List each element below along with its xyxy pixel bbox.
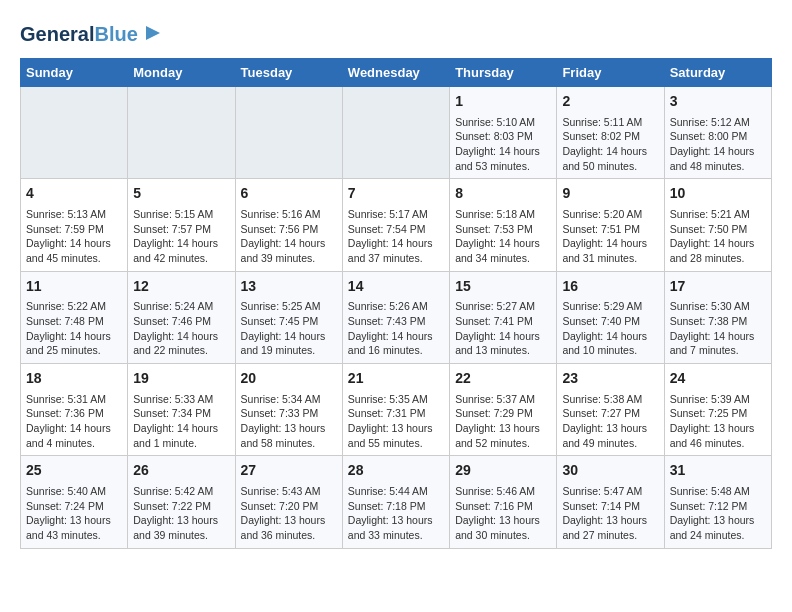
day-number: 11 <box>26 277 122 297</box>
day-number: 23 <box>562 369 658 389</box>
calendar-cell: 5Sunrise: 5:15 AMSunset: 7:57 PMDaylight… <box>128 179 235 271</box>
day-info: Sunrise: 5:38 AMSunset: 7:27 PMDaylight:… <box>562 392 658 451</box>
calendar-cell: 9Sunrise: 5:20 AMSunset: 7:51 PMDaylight… <box>557 179 664 271</box>
calendar-cell: 1Sunrise: 5:10 AMSunset: 8:03 PMDaylight… <box>450 87 557 179</box>
calendar-cell: 12Sunrise: 5:24 AMSunset: 7:46 PMDayligh… <box>128 271 235 363</box>
day-number: 1 <box>455 92 551 112</box>
svg-marker-0 <box>146 26 160 40</box>
day-info: Sunrise: 5:21 AMSunset: 7:50 PMDaylight:… <box>670 207 766 266</box>
day-info: Sunrise: 5:13 AMSunset: 7:59 PMDaylight:… <box>26 207 122 266</box>
col-header-wednesday: Wednesday <box>342 59 449 87</box>
day-info: Sunrise: 5:42 AMSunset: 7:22 PMDaylight:… <box>133 484 229 543</box>
calendar-cell: 14Sunrise: 5:26 AMSunset: 7:43 PMDayligh… <box>342 271 449 363</box>
day-number: 8 <box>455 184 551 204</box>
day-info: Sunrise: 5:12 AMSunset: 8:00 PMDaylight:… <box>670 115 766 174</box>
day-number: 18 <box>26 369 122 389</box>
col-header-thursday: Thursday <box>450 59 557 87</box>
col-header-tuesday: Tuesday <box>235 59 342 87</box>
day-info: Sunrise: 5:24 AMSunset: 7:46 PMDaylight:… <box>133 299 229 358</box>
day-number: 22 <box>455 369 551 389</box>
day-number: 31 <box>670 461 766 481</box>
col-header-monday: Monday <box>128 59 235 87</box>
day-number: 17 <box>670 277 766 297</box>
col-header-sunday: Sunday <box>21 59 128 87</box>
day-info: Sunrise: 5:34 AMSunset: 7:33 PMDaylight:… <box>241 392 337 451</box>
day-number: 13 <box>241 277 337 297</box>
day-number: 28 <box>348 461 444 481</box>
day-info: Sunrise: 5:20 AMSunset: 7:51 PMDaylight:… <box>562 207 658 266</box>
day-info: Sunrise: 5:48 AMSunset: 7:12 PMDaylight:… <box>670 484 766 543</box>
day-number: 20 <box>241 369 337 389</box>
day-number: 26 <box>133 461 229 481</box>
day-number: 4 <box>26 184 122 204</box>
day-info: Sunrise: 5:15 AMSunset: 7:57 PMDaylight:… <box>133 207 229 266</box>
day-info: Sunrise: 5:17 AMSunset: 7:54 PMDaylight:… <box>348 207 444 266</box>
col-header-friday: Friday <box>557 59 664 87</box>
calendar-cell: 18Sunrise: 5:31 AMSunset: 7:36 PMDayligh… <box>21 364 128 456</box>
calendar-cell: 17Sunrise: 5:30 AMSunset: 7:38 PMDayligh… <box>664 271 771 363</box>
logo-icon <box>142 22 164 44</box>
day-info: Sunrise: 5:16 AMSunset: 7:56 PMDaylight:… <box>241 207 337 266</box>
day-info: Sunrise: 5:29 AMSunset: 7:40 PMDaylight:… <box>562 299 658 358</box>
calendar-cell: 28Sunrise: 5:44 AMSunset: 7:18 PMDayligh… <box>342 456 449 548</box>
day-number: 30 <box>562 461 658 481</box>
calendar-cell: 2Sunrise: 5:11 AMSunset: 8:02 PMDaylight… <box>557 87 664 179</box>
day-info: Sunrise: 5:11 AMSunset: 8:02 PMDaylight:… <box>562 115 658 174</box>
day-info: Sunrise: 5:39 AMSunset: 7:25 PMDaylight:… <box>670 392 766 451</box>
calendar-cell: 15Sunrise: 5:27 AMSunset: 7:41 PMDayligh… <box>450 271 557 363</box>
day-info: Sunrise: 5:30 AMSunset: 7:38 PMDaylight:… <box>670 299 766 358</box>
day-number: 24 <box>670 369 766 389</box>
day-info: Sunrise: 5:40 AMSunset: 7:24 PMDaylight:… <box>26 484 122 543</box>
day-number: 7 <box>348 184 444 204</box>
calendar-cell: 19Sunrise: 5:33 AMSunset: 7:34 PMDayligh… <box>128 364 235 456</box>
day-info: Sunrise: 5:10 AMSunset: 8:03 PMDaylight:… <box>455 115 551 174</box>
day-number: 9 <box>562 184 658 204</box>
calendar-cell: 10Sunrise: 5:21 AMSunset: 7:50 PMDayligh… <box>664 179 771 271</box>
col-header-saturday: Saturday <box>664 59 771 87</box>
day-number: 10 <box>670 184 766 204</box>
calendar-cell <box>128 87 235 179</box>
calendar-cell: 20Sunrise: 5:34 AMSunset: 7:33 PMDayligh… <box>235 364 342 456</box>
calendar-cell: 30Sunrise: 5:47 AMSunset: 7:14 PMDayligh… <box>557 456 664 548</box>
day-number: 27 <box>241 461 337 481</box>
day-info: Sunrise: 5:43 AMSunset: 7:20 PMDaylight:… <box>241 484 337 543</box>
calendar-cell <box>342 87 449 179</box>
calendar-table: SundayMondayTuesdayWednesdayThursdayFrid… <box>20 58 772 549</box>
day-info: Sunrise: 5:35 AMSunset: 7:31 PMDaylight:… <box>348 392 444 451</box>
calendar-cell: 21Sunrise: 5:35 AMSunset: 7:31 PMDayligh… <box>342 364 449 456</box>
calendar-cell: 16Sunrise: 5:29 AMSunset: 7:40 PMDayligh… <box>557 271 664 363</box>
day-number: 16 <box>562 277 658 297</box>
calendar-cell: 24Sunrise: 5:39 AMSunset: 7:25 PMDayligh… <box>664 364 771 456</box>
calendar-cell: 4Sunrise: 5:13 AMSunset: 7:59 PMDaylight… <box>21 179 128 271</box>
day-number: 2 <box>562 92 658 112</box>
page-header: GeneralBlue <box>20 20 772 48</box>
calendar-cell: 22Sunrise: 5:37 AMSunset: 7:29 PMDayligh… <box>450 364 557 456</box>
calendar-cell: 27Sunrise: 5:43 AMSunset: 7:20 PMDayligh… <box>235 456 342 548</box>
calendar-cell: 11Sunrise: 5:22 AMSunset: 7:48 PMDayligh… <box>21 271 128 363</box>
day-number: 15 <box>455 277 551 297</box>
logo-text: GeneralBlue <box>20 23 138 45</box>
calendar-cell <box>235 87 342 179</box>
calendar-cell: 7Sunrise: 5:17 AMSunset: 7:54 PMDaylight… <box>342 179 449 271</box>
day-number: 6 <box>241 184 337 204</box>
calendar-cell <box>21 87 128 179</box>
day-info: Sunrise: 5:25 AMSunset: 7:45 PMDaylight:… <box>241 299 337 358</box>
day-info: Sunrise: 5:18 AMSunset: 7:53 PMDaylight:… <box>455 207 551 266</box>
day-number: 12 <box>133 277 229 297</box>
day-info: Sunrise: 5:27 AMSunset: 7:41 PMDaylight:… <box>455 299 551 358</box>
day-info: Sunrise: 5:31 AMSunset: 7:36 PMDaylight:… <box>26 392 122 451</box>
day-info: Sunrise: 5:33 AMSunset: 7:34 PMDaylight:… <box>133 392 229 451</box>
day-info: Sunrise: 5:22 AMSunset: 7:48 PMDaylight:… <box>26 299 122 358</box>
calendar-cell: 29Sunrise: 5:46 AMSunset: 7:16 PMDayligh… <box>450 456 557 548</box>
day-number: 25 <box>26 461 122 481</box>
calendar-cell: 8Sunrise: 5:18 AMSunset: 7:53 PMDaylight… <box>450 179 557 271</box>
calendar-cell: 31Sunrise: 5:48 AMSunset: 7:12 PMDayligh… <box>664 456 771 548</box>
day-number: 3 <box>670 92 766 112</box>
day-number: 14 <box>348 277 444 297</box>
calendar-cell: 13Sunrise: 5:25 AMSunset: 7:45 PMDayligh… <box>235 271 342 363</box>
day-number: 29 <box>455 461 551 481</box>
day-info: Sunrise: 5:44 AMSunset: 7:18 PMDaylight:… <box>348 484 444 543</box>
calendar-cell: 6Sunrise: 5:16 AMSunset: 7:56 PMDaylight… <box>235 179 342 271</box>
day-info: Sunrise: 5:26 AMSunset: 7:43 PMDaylight:… <box>348 299 444 358</box>
day-number: 21 <box>348 369 444 389</box>
